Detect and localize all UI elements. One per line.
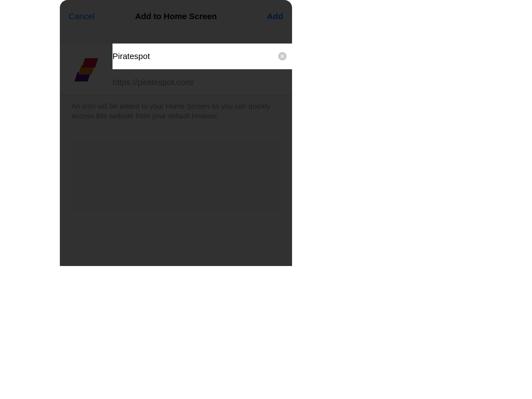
piratespot-logo-icon <box>76 58 97 80</box>
close-icon <box>280 54 284 58</box>
app-icon-cell <box>60 44 112 95</box>
description-text: An icon will be added to your Home Scree… <box>60 95 292 127</box>
bookmark-text-fields: https://piratespot.com/ <box>112 44 292 95</box>
site-icon <box>71 54 102 85</box>
sheet-title: Add to Home Screen <box>135 12 217 21</box>
name-field-row <box>112 44 292 69</box>
add-button[interactable]: Add <box>267 12 283 21</box>
bookmark-url: https://piratespot.com/ <box>112 78 194 87</box>
clear-text-button[interactable] <box>278 52 287 60</box>
cancel-button[interactable]: Cancel <box>69 12 94 21</box>
url-field-row: https://piratespot.com/ <box>112 69 292 95</box>
add-to-home-screen-sheet: Cancel Add to Home Screen Add <box>60 0 292 266</box>
bookmark-info-section: https://piratespot.com/ <box>60 43 292 95</box>
bookmark-name-input[interactable] <box>112 52 278 61</box>
dim-overlay <box>60 0 292 266</box>
sheet-header: Cancel Add to Home Screen Add <box>60 0 292 33</box>
